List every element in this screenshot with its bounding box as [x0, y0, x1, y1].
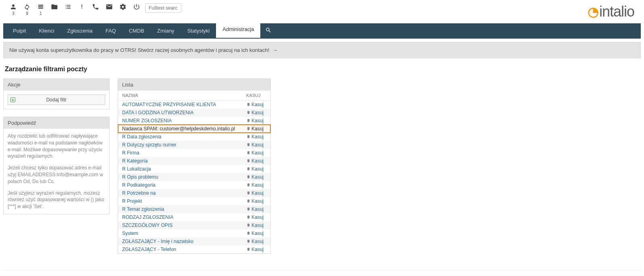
- filter-name[interactable]: ZGŁASZAJĄCY - Imię i nazwisko: [118, 237, 242, 245]
- power-icon[interactable]: [130, 3, 143, 16]
- toolbar-count: 9: [26, 11, 28, 16]
- delete-link[interactable]: Kasuj: [242, 229, 270, 237]
- filter-name[interactable]: Nadawca SPAM: customer@helpdeskdemo.inta…: [118, 125, 242, 133]
- delete-link[interactable]: Kasuj: [242, 237, 270, 245]
- delete-link[interactable]: Kasuj: [242, 157, 270, 165]
- search-input[interactable]: [145, 3, 181, 13]
- top-toolbar: 391 ◔intalio: [3, 0, 641, 23]
- trash-icon: [246, 190, 251, 196]
- delete-link[interactable]: Kasuj: [242, 221, 270, 229]
- trash-icon: [246, 239, 251, 244]
- add-filter-button[interactable]: + Dodaj filtr: [8, 95, 105, 105]
- nav-administracja[interactable]: Administracja: [216, 22, 260, 38]
- delete-link[interactable]: Kasuj: [242, 205, 270, 213]
- refresh-icon[interactable]: 9: [20, 3, 34, 16]
- nav-pulpit[interactable]: Pulpit: [6, 23, 33, 39]
- filter-name[interactable]: AUTOMATYCZNE PRZYPISANIE KLIENTA: [118, 101, 242, 109]
- table-row: R Podkategoria Kasuj: [118, 181, 270, 189]
- list-title: Lista: [118, 79, 270, 91]
- warning-bar: Nie używaj konta superużytkownika do pra…: [3, 42, 641, 58]
- trash-icon: [246, 166, 251, 172]
- table-row: AUTOMATYCZNE PRZYPISANIE KLIENTA Kasuj: [118, 101, 270, 109]
- trash-icon: [246, 231, 251, 236]
- table-row: ZGŁASZAJĄCY - Imię i nazwisko Kasuj: [118, 237, 270, 245]
- delete-link[interactable]: Kasuj: [242, 189, 270, 197]
- logo-icon: ◔: [588, 4, 598, 19]
- nav-zgłoszenia[interactable]: Zgłoszenia: [61, 23, 99, 39]
- trash-icon: [246, 214, 251, 220]
- delete-link[interactable]: Kasuj: [242, 165, 270, 173]
- delete-link[interactable]: Kasuj: [242, 125, 270, 133]
- filter-name[interactable]: R Kategoria: [118, 157, 242, 165]
- table-row: R Opis problemu Kasuj: [118, 173, 270, 181]
- nav-faq[interactable]: FAQ: [99, 23, 123, 39]
- actions-title: Akcje: [4, 79, 109, 91]
- filter-name[interactable]: R Data zgłoszenia: [118, 133, 242, 141]
- delete-link[interactable]: Kasuj: [242, 213, 270, 221]
- delete-link[interactable]: Kasuj: [242, 117, 270, 125]
- nav-zmiany[interactable]: Zmiany: [151, 23, 181, 39]
- trash-icon: [246, 126, 251, 132]
- add-filter-label: Dodaj filtr: [46, 97, 67, 103]
- phone-icon[interactable]: [89, 3, 102, 16]
- filter-name[interactable]: R Projekt: [118, 197, 242, 205]
- nav-search-icon[interactable]: [260, 27, 276, 35]
- delete-link[interactable]: Kasuj: [242, 101, 270, 109]
- filter-name[interactable]: R Opis problemu: [118, 173, 242, 181]
- filter-name[interactable]: R Temat zgłoszenia: [118, 205, 242, 213]
- hint-widget: Podpowiedź Aby rozdzielić lub odfiltrowa…: [3, 117, 110, 214]
- trash-icon: [246, 134, 251, 140]
- table-row: R Lokalizacja Kasuj: [118, 165, 270, 173]
- filter-name[interactable]: R Potrzebne na: [118, 189, 242, 197]
- filter-name[interactable]: NUMER ZGŁOSZENIA: [118, 117, 242, 125]
- table-row: NUMER ZGŁOSZENIA Kasuj: [118, 117, 270, 125]
- stack-icon[interactable]: 1: [34, 3, 48, 16]
- delete-link[interactable]: Kasuj: [242, 141, 270, 149]
- filter-name[interactable]: ZGŁASZAJĄCY - Telefon: [118, 245, 242, 253]
- gear-icon[interactable]: [116, 3, 130, 16]
- logo: ◔intalio: [588, 3, 634, 20]
- table-row: DATA I GODZINA UTWORZENIA Kasuj: [118, 109, 270, 117]
- table-row: R Potrzebne na Kasuj: [118, 189, 270, 197]
- delete-link[interactable]: Kasuj: [242, 181, 270, 189]
- warning-arrow-icon[interactable]: →: [272, 47, 278, 53]
- hint-paragraph: Jeśli użyjesz wyrażeń regularnych, możes…: [8, 190, 105, 210]
- delete-link[interactable]: Kasuj: [242, 245, 270, 253]
- filter-name[interactable]: DATA I GODZINA UTWORZENIA: [118, 109, 242, 117]
- folder-icon[interactable]: [48, 3, 61, 16]
- trash-icon: [246, 206, 251, 212]
- delete-link[interactable]: Kasuj: [242, 133, 270, 141]
- mail-icon[interactable]: [102, 3, 116, 16]
- col-delete: KASUJ: [242, 91, 270, 101]
- plus-icon: +: [10, 97, 15, 102]
- trash-icon: [246, 174, 251, 180]
- delete-link[interactable]: Kasuj: [242, 149, 270, 157]
- trash-icon: [246, 142, 251, 148]
- filter-name[interactable]: R Firma: [118, 149, 242, 157]
- filter-name[interactable]: R Lokalizacja: [118, 165, 242, 173]
- trash-icon: [246, 247, 251, 252]
- list-icon[interactable]: [61, 3, 75, 16]
- filter-name[interactable]: SZCZEGÓŁOWY OPIS: [118, 221, 242, 229]
- nav-statystyki[interactable]: Statystyki: [181, 23, 216, 39]
- delete-link[interactable]: Kasuj: [242, 109, 270, 117]
- filter-name[interactable]: System: [118, 229, 242, 237]
- filter-name[interactable]: R Podkategoria: [118, 181, 242, 189]
- trash-icon: [246, 158, 251, 164]
- filter-table: NAZWA KASUJ AUTOMATYCZNE PRZYPISANIE KLI…: [118, 91, 270, 253]
- trash-icon: [246, 110, 251, 115]
- nav-klienci[interactable]: Klienci: [33, 23, 61, 39]
- filter-name[interactable]: R Dotyczy sprzętu numer: [118, 141, 242, 149]
- delete-link[interactable]: Kasuj: [242, 173, 270, 181]
- delete-link[interactable]: Kasuj: [242, 197, 270, 205]
- exclaim-icon[interactable]: [75, 3, 89, 16]
- warning-text: Nie używaj konta superużytkownika do pra…: [9, 47, 269, 53]
- table-row: System Kasuj: [118, 229, 270, 237]
- nav-cmdb[interactable]: CMDB: [123, 23, 151, 39]
- table-row: RODZAJ ZGŁOSZENIA Kasuj: [118, 213, 270, 221]
- table-row: SZCZEGÓŁOWY OPIS Kasuj: [118, 221, 270, 229]
- filter-name[interactable]: RODZAJ ZGŁOSZENIA: [118, 213, 242, 221]
- person-icon[interactable]: 3: [6, 3, 20, 16]
- toolbar-count: 3: [12, 11, 15, 16]
- table-row: ZGŁASZAJĄCY - Telefon Kasuj: [118, 245, 270, 253]
